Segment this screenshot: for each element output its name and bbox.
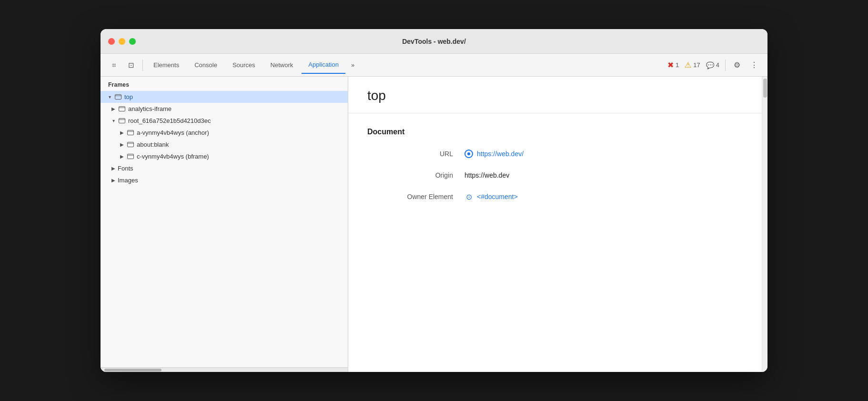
more-options-icon: ⋮ bbox=[750, 60, 758, 70]
url-link[interactable]: https://web.dev/ bbox=[477, 150, 524, 158]
owner-element-value: ⊙ <#document> bbox=[464, 192, 518, 201]
frame-icon-top bbox=[114, 94, 122, 100]
toggle-c-vynmy4: ▶ bbox=[119, 153, 125, 160]
inspect-icon: ⌗ bbox=[112, 61, 116, 70]
info-count: 4 bbox=[716, 61, 719, 69]
frame-icon-analytics-iframe bbox=[118, 106, 126, 112]
more-tabs-button[interactable]: » bbox=[347, 60, 358, 70]
tab-application[interactable]: Application bbox=[302, 57, 345, 74]
tree-item-images[interactable]: ▶ Images bbox=[101, 174, 348, 186]
frame-icon-about-blank bbox=[126, 141, 135, 148]
toggle-top: ▾ bbox=[106, 94, 113, 100]
settings-button[interactable]: ⚙ bbox=[729, 58, 745, 73]
main-content: Frames ▾ top ▶ bbox=[101, 77, 767, 372]
svg-rect-10 bbox=[128, 154, 134, 159]
toolbar: ⌗ ⊡ Elements Console Sources Network App… bbox=[101, 54, 767, 77]
url-circle-icon bbox=[464, 150, 473, 158]
tree-label-fonts: Fonts bbox=[118, 165, 133, 172]
frame-icon-c-vynmy4 bbox=[126, 153, 135, 160]
tree-label-analytics-iframe: analytics-iframe bbox=[128, 105, 172, 112]
frame-icon-a-vynmy4 bbox=[126, 130, 135, 136]
sidebar-horizontal-scrollbar[interactable] bbox=[101, 367, 348, 372]
toolbar-separator-1 bbox=[142, 60, 143, 71]
frames-section-header: Frames bbox=[101, 77, 348, 91]
owner-element-label: Owner Element bbox=[367, 193, 453, 200]
tree-item-analytics-iframe[interactable]: ▶ analytics-iframe bbox=[101, 103, 348, 115]
tree-item-a-vynmy4[interactable]: ▶ a-vynmy4vb4wys (anchor) bbox=[101, 127, 348, 139]
document-heading: Document bbox=[367, 128, 743, 136]
sidebar-scrollbar-thumb bbox=[104, 369, 161, 371]
toggle-analytics-iframe: ▶ bbox=[110, 106, 117, 112]
url-row: URL https://web.dev/ bbox=[367, 150, 743, 158]
origin-value: https://web.dev bbox=[464, 171, 509, 179]
circle-icon-inner bbox=[467, 152, 470, 155]
svg-rect-4 bbox=[119, 119, 125, 123]
tab-sources[interactable]: Sources bbox=[226, 57, 262, 74]
scrollbar-thumb bbox=[763, 79, 767, 98]
target-icon: ⊙ bbox=[464, 192, 473, 201]
error-icon: ✖ bbox=[667, 60, 674, 70]
url-label: URL bbox=[367, 150, 453, 158]
error-count: 1 bbox=[676, 61, 679, 69]
inspect-element-button[interactable]: ⌗ bbox=[106, 58, 121, 73]
tree-label-root: root_616a752e1b5d4210d3ec bbox=[128, 117, 211, 124]
warning-icon: ⚠ bbox=[685, 60, 691, 70]
tree-item-root[interactable]: ▾ root_616a752e1b5d4210d3ec bbox=[101, 115, 348, 127]
sidebar: Frames ▾ top ▶ bbox=[101, 77, 348, 367]
origin-row: Origin https://web.dev bbox=[367, 171, 743, 179]
close-button[interactable] bbox=[108, 38, 115, 45]
devtools-window: DevTools - web.dev/ ⌗ ⊡ Elements Console… bbox=[101, 29, 767, 372]
tab-console[interactable]: Console bbox=[188, 57, 224, 74]
document-section: Document URL https://web.dev/ Or bbox=[348, 113, 762, 229]
tree-item-c-vynmy4[interactable]: ▶ c-vynmy4vb4wys (bframe) bbox=[101, 150, 348, 162]
content-title: top bbox=[348, 77, 762, 113]
tree-label-top: top bbox=[124, 93, 133, 100]
device-toggle-button[interactable]: ⊡ bbox=[123, 58, 139, 73]
tree-label-c-vynmy4: c-vynmy4vb4wys (bframe) bbox=[137, 153, 209, 160]
frame-icon-root bbox=[118, 118, 126, 124]
origin-label: Origin bbox=[367, 171, 453, 179]
toolbar-separator-2 bbox=[725, 60, 726, 71]
right-panel-wrapper: top Document URL https://web.dev/ bbox=[348, 77, 767, 372]
settings-icon: ⚙ bbox=[734, 60, 740, 70]
toggle-about-blank: ▶ bbox=[119, 141, 125, 148]
tree-item-fonts[interactable]: ▶ Fonts bbox=[101, 162, 348, 174]
vertical-scrollbar[interactable] bbox=[762, 77, 767, 372]
tab-elements[interactable]: Elements bbox=[147, 57, 186, 74]
toggle-root: ▾ bbox=[110, 118, 117, 124]
traffic-lights bbox=[108, 38, 136, 45]
toggle-images: ▶ bbox=[110, 177, 117, 184]
maximize-button[interactable] bbox=[129, 38, 136, 45]
svg-rect-6 bbox=[128, 130, 134, 135]
owner-element-link[interactable]: <#document> bbox=[477, 193, 518, 200]
info-badge: 💬 4 bbox=[706, 61, 719, 69]
minimize-button[interactable] bbox=[119, 38, 125, 45]
tree-label-images: Images bbox=[118, 177, 138, 184]
svg-rect-0 bbox=[115, 95, 121, 100]
owner-element-row: Owner Element ⊙ <#document> bbox=[367, 192, 743, 201]
svg-rect-8 bbox=[128, 142, 134, 147]
toggle-a-vynmy4: ▶ bbox=[119, 130, 125, 136]
tree-item-top[interactable]: ▾ top bbox=[101, 91, 348, 103]
window-title: DevTools - web.dev/ bbox=[402, 38, 466, 45]
content-panel: top Document URL https://web.dev/ bbox=[348, 77, 762, 372]
warning-count: 17 bbox=[693, 61, 700, 69]
device-icon: ⊡ bbox=[128, 61, 134, 70]
tab-network[interactable]: Network bbox=[264, 57, 300, 74]
more-options-button[interactable]: ⋮ bbox=[747, 58, 762, 73]
error-badge: ✖ 1 bbox=[667, 60, 679, 70]
warning-badge: ⚠ 17 bbox=[685, 60, 700, 70]
tree-label-a-vynmy4: a-vynmy4vb4wys (anchor) bbox=[137, 129, 209, 136]
svg-rect-2 bbox=[119, 107, 125, 111]
title-bar: DevTools - web.dev/ bbox=[101, 29, 767, 54]
tree-item-about-blank[interactable]: ▶ about:blank bbox=[101, 139, 348, 150]
tree-label-about-blank: about:blank bbox=[137, 141, 169, 148]
toggle-fonts: ▶ bbox=[110, 165, 117, 172]
url-value: https://web.dev/ bbox=[464, 150, 524, 158]
info-icon: 💬 bbox=[706, 61, 714, 69]
